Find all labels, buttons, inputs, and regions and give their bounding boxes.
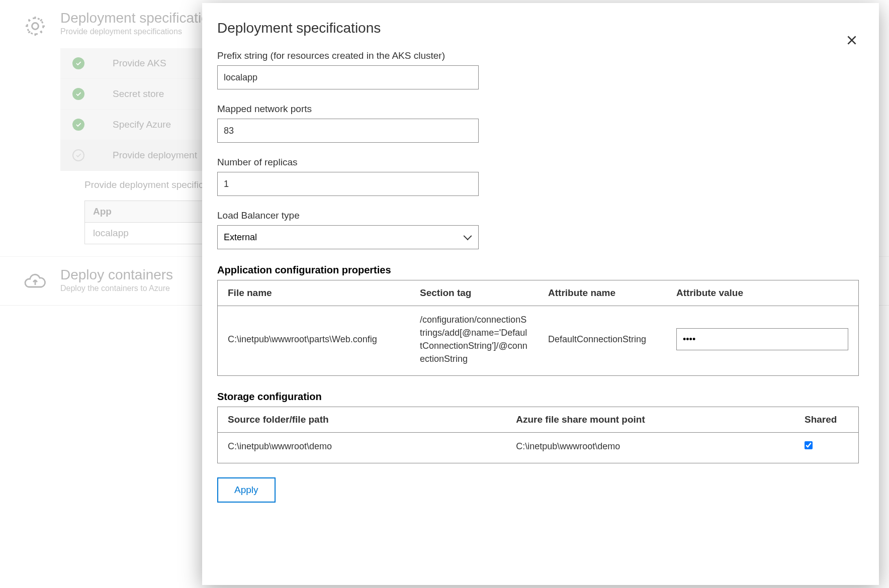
prefix-label: Prefix string (for resources created in … — [217, 50, 859, 61]
lb-label: Load Balancer type — [217, 210, 859, 221]
col-mount: Azure file share mount point — [506, 407, 794, 433]
table-row: C:\inetpub\wwwroot\demo C:\inetpub\wwwro… — [218, 433, 859, 463]
close-icon — [845, 34, 858, 47]
apply-button[interactable]: Apply — [217, 477, 276, 503]
deployment-modal: Deployment specifications Prefix string … — [202, 3, 879, 585]
appconfig-title: Application configuration properties — [217, 264, 859, 276]
table-row: C:\inetpub\wwwroot\parts\Web.config /con… — [218, 306, 859, 376]
col-shared: Shared — [794, 407, 859, 433]
cell-section: /configuration/connectionStrings/add[@na… — [410, 306, 538, 376]
modal-title: Deployment specifications — [217, 20, 859, 36]
cell-mount: C:\inetpub\wwwroot\demo — [506, 433, 794, 463]
lb-select[interactable]: External — [217, 225, 479, 249]
col-section: Section tag — [410, 280, 538, 306]
col-src: Source folder/file path — [218, 407, 506, 433]
close-button[interactable] — [843, 31, 861, 49]
storage-title: Storage configuration — [217, 391, 859, 403]
attr-value-input[interactable] — [676, 328, 848, 350]
cell-src: C:\inetpub\wwwroot\demo — [218, 433, 506, 463]
col-attr: Attribute name — [538, 280, 666, 306]
ports-label: Mapped network ports — [217, 104, 859, 115]
replicas-input[interactable] — [217, 172, 479, 196]
storage-table: Source folder/file path Azure file share… — [217, 407, 859, 463]
col-val: Attribute value — [666, 280, 859, 306]
prefix-input[interactable] — [217, 65, 479, 89]
cell-file: C:\inetpub\wwwroot\parts\Web.config — [218, 306, 410, 376]
ports-input[interactable] — [217, 119, 479, 143]
shared-checkbox[interactable] — [805, 441, 813, 449]
col-file: File name — [218, 280, 410, 306]
replicas-label: Number of replicas — [217, 157, 859, 168]
appconfig-table: File name Section tag Attribute name Att… — [217, 280, 859, 376]
cell-attr: DefaultConnectionString — [538, 306, 666, 376]
